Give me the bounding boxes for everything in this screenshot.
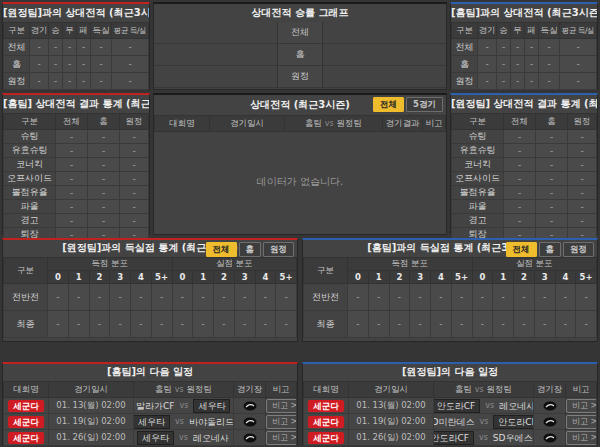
stat-value: - xyxy=(511,56,525,73)
stat-value: - xyxy=(77,73,91,90)
note-button[interactable]: 비고 > xyxy=(266,415,297,429)
stat-value: - xyxy=(56,158,88,172)
away-team: SD우에스카 xyxy=(493,432,534,444)
vs-label: vs xyxy=(175,417,184,426)
stat-value: - xyxy=(536,200,568,214)
vs-label: vs xyxy=(479,417,488,426)
stat-value: - xyxy=(568,200,597,214)
schedule-row: 세군다 01. 26(일) 02:00 세우타 vs 레오네사 비고 > xyxy=(4,430,297,446)
stat-value: - xyxy=(77,56,91,73)
table-row: 최종------------ xyxy=(304,311,597,338)
schedule-row: 세군다 01. 19(일) 02:00 세우타 vs 바야돌리드 비고 > xyxy=(4,414,297,430)
goal-distribution-table: 구분 득점 분포 실점 분포 012345+012345+ 전반전-------… xyxy=(3,257,297,338)
stat-value: - xyxy=(560,73,597,90)
bin-header: 4 xyxy=(255,271,276,284)
note-button[interactable]: 비고 > xyxy=(566,431,597,445)
header-home-label: 홈팀 xyxy=(455,384,472,394)
row-label: 파울 xyxy=(4,200,56,214)
stat-value: - xyxy=(525,56,539,73)
schedule-table: 대회명 경기일시 홈팀 vs 원정팀 경기장 비고 세군다 01. 13(월) … xyxy=(303,381,597,446)
filter-recent5-button[interactable]: 5경기 xyxy=(406,97,443,112)
bin-header: 1 xyxy=(368,271,389,284)
stat-value: - xyxy=(63,73,77,90)
filter-home-button[interactable]: 홈 xyxy=(239,242,262,257)
table-row: 전반전------------ xyxy=(4,284,297,311)
graph-row-away: 원정 xyxy=(154,66,446,88)
panel-title: [원정팀] 상대전적 결과 통계 (최근3시즌 평균) xyxy=(451,95,597,113)
row-label: 홈 xyxy=(452,56,478,73)
stat-value: - xyxy=(504,214,536,228)
table-row: 전반전------------ xyxy=(304,284,597,311)
column-header: 전체 xyxy=(504,114,536,130)
matchup: 세우타 vs 바야돌리드 xyxy=(134,415,233,429)
filter-home-button[interactable]: 홈 xyxy=(539,242,562,257)
stadium-icon xyxy=(243,401,257,411)
header-away-label: 원정팀 xyxy=(186,384,212,394)
stat-value: - xyxy=(49,56,63,73)
panel-title: 상대전적 (최근3시즌) 전체 5경기 xyxy=(154,95,446,115)
table-header-row: 대회명 경기일시 홈팀 vs 원정팀 경기장 비고 xyxy=(4,382,297,398)
note-button[interactable]: 비고 > xyxy=(566,415,597,429)
stat-value: - xyxy=(112,73,149,90)
result-stats-table: 구분전체홈원정 슈팅---유효슈팅---코너킥---오프사이드---볼점유율--… xyxy=(3,113,149,242)
graph-row-label: 홈 xyxy=(277,44,323,65)
stat-value: - xyxy=(389,284,410,311)
note-button[interactable]: 비고 > xyxy=(266,399,297,413)
table-row: 홈------ xyxy=(4,56,149,73)
stat-value: - xyxy=(88,158,120,172)
column-header: 원정 xyxy=(568,114,597,130)
stat-value: - xyxy=(389,311,410,338)
stat-value: - xyxy=(120,214,149,228)
stat-value: - xyxy=(172,284,193,311)
stat-value: - xyxy=(410,284,431,311)
matchup: 안도라CF vs SD우에스카 xyxy=(434,431,533,445)
note-button[interactable]: 비고 > xyxy=(566,399,597,413)
stat-value: - xyxy=(348,284,369,311)
filter-away-button[interactable]: 원정 xyxy=(563,242,594,257)
filter-all-button[interactable]: 전체 xyxy=(373,97,404,112)
column-header-stadium: 경기장 xyxy=(234,382,266,398)
stadium-icon xyxy=(243,417,257,427)
vs-label: vs xyxy=(475,385,484,394)
stat-value: - xyxy=(504,186,536,200)
stat-value: - xyxy=(234,284,255,311)
table-group-header-row: 구분 득점 분포 실점 분포 xyxy=(304,258,597,271)
stat-value: - xyxy=(536,186,568,200)
corner-header: 구분 xyxy=(4,258,48,284)
stat-value: - xyxy=(514,311,535,338)
stadium-icon xyxy=(543,433,557,443)
stat-value: - xyxy=(88,172,120,186)
stat-value: - xyxy=(48,284,69,311)
matchup: 안도라CF vs 레오네사 xyxy=(434,399,533,413)
stat-value: - xyxy=(514,284,535,311)
away-team: 레오네사 xyxy=(193,432,229,444)
row-label: 전체 xyxy=(4,39,30,56)
stat-value: - xyxy=(451,311,472,338)
table-row: 파울--- xyxy=(452,200,597,214)
table-bins-row: 012345+012345+ xyxy=(4,271,297,284)
note-button[interactable]: 비고 > xyxy=(266,431,297,445)
stat-value: - xyxy=(89,284,110,311)
h2h-match-table: 대회명 경기일시 홈팀 vs 원정팀 경기결과 비고 xyxy=(154,115,446,132)
stat-value: - xyxy=(172,311,193,338)
league-badge: 세군다 xyxy=(308,400,344,412)
column-header: 경기 xyxy=(478,23,497,39)
panel-home-next-schedule: [홈팀]의 다음 일정 대회명 경기일시 홈팀 vs 원정팀 경기장 비고 세군… xyxy=(2,362,298,445)
table-row: 홈------ xyxy=(452,56,597,73)
stat-value: - xyxy=(576,311,597,338)
stat-value: - xyxy=(68,311,89,338)
column-header: 무 xyxy=(511,23,525,39)
row-label: 최종 xyxy=(4,311,48,338)
filter-away-button[interactable]: 원정 xyxy=(263,242,294,257)
filter-all-button[interactable]: 전체 xyxy=(506,242,537,257)
row-label: 슈팅 xyxy=(452,130,504,144)
column-header-league: 대회명 xyxy=(155,116,210,132)
stat-value: - xyxy=(534,311,555,338)
filter-all-button[interactable]: 전체 xyxy=(206,242,237,257)
league-badge: 세군다 xyxy=(308,432,344,444)
panel-away-next-schedule: [원정팀]의 다음 일정 대회명 경기일시 홈팀 vs 원정팀 경기장 비고 세… xyxy=(302,362,598,445)
column-header: 원정 xyxy=(120,114,149,130)
stat-value: - xyxy=(89,311,110,338)
stat-value: - xyxy=(539,73,560,90)
stat-value: - xyxy=(472,311,493,338)
